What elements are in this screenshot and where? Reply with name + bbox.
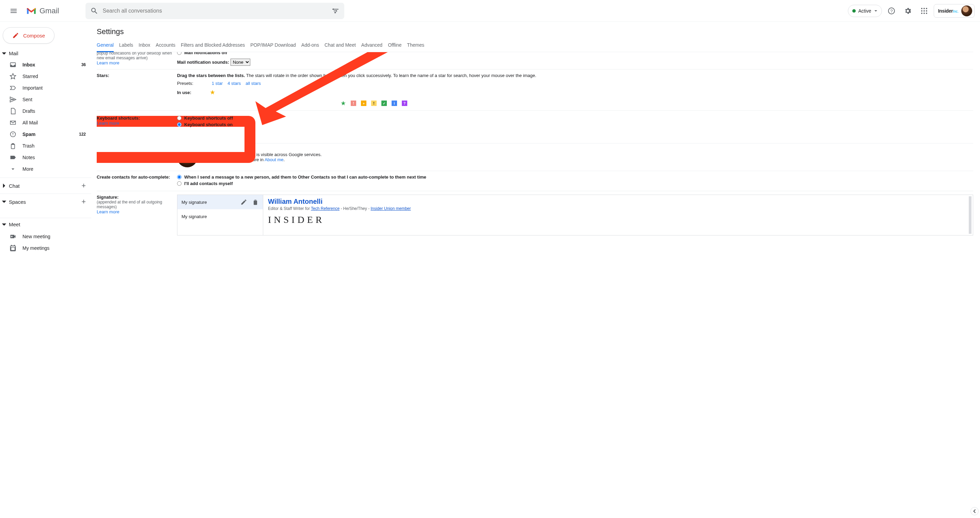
bang-yellow-icon[interactable]: ! [371,100,377,106]
star-yellow-icon[interactable]: ★ [210,89,215,96]
allmail-icon [10,119,16,126]
sidebar-item-drafts[interactable]: Drafts [0,105,91,117]
svg-point-11 [921,13,923,14]
tab-general[interactable]: General [97,40,114,52]
hamburger-icon [10,7,18,15]
sidebar-item-important[interactable]: Important [0,82,91,94]
sidebar-item-sent[interactable]: Sent [0,94,91,105]
status-chip[interactable]: Active [848,5,882,17]
tab-filters-and-blocked-addresses[interactable]: Filters and Blocked Addresses [181,40,245,52]
compose-button[interactable]: Compose [3,27,54,44]
check-green-icon[interactable]: ✓ [381,100,387,106]
sidebar-item-starred[interactable]: Starred [0,70,91,82]
spaces-add-button[interactable]: + [81,197,86,206]
mail-nav: Inbox36StarredImportantSentDraftsAll Mai… [0,57,91,176]
page-title: Settings [97,27,973,36]
notif-off-radio[interactable] [177,52,181,55]
signature-preview[interactable]: William Antonelli Editor & Staff Writer … [263,195,973,235]
tab-add-ons[interactable]: Add-ons [301,40,319,52]
contacts-manual-radio[interactable] [177,181,181,186]
kb-on-radio[interactable] [177,122,181,127]
tab-pop-imap-download[interactable]: POP/IMAP Download [250,40,296,52]
kb-off-radio[interactable] [177,116,181,120]
search-input[interactable] [102,8,327,14]
mail-section-header[interactable]: Mail [0,49,91,57]
notif-sound-select[interactable]: None [231,59,250,66]
svg-point-10 [926,10,927,11]
scrollbar[interactable] [969,196,972,234]
gear-icon [904,7,912,15]
app-header: Gmail Active ? InsiderInc. [0,0,980,22]
preset-allstars-link[interactable]: all stars [245,81,261,86]
tab-offline[interactable]: Offline [388,40,401,52]
status-label: Active [858,8,871,14]
sidebar-item-notes[interactable]: Notes [0,151,91,163]
signature-item[interactable]: My signature [177,209,263,223]
sidebar-item-inbox[interactable]: Inbox36 [0,59,91,70]
svg-point-6 [923,8,925,9]
gmail-logo[interactable]: Gmail [26,6,59,15]
help-icon: ? [888,7,896,15]
main-menu-button[interactable] [5,3,22,19]
svg-point-7 [926,8,927,9]
sidebar-item-trash[interactable]: Trash [0,140,91,151]
meet-section-header[interactable]: Meet [0,220,91,230]
bang-red-icon[interactable]: ! [351,100,356,106]
tab-inbox[interactable]: Inbox [138,40,150,52]
svg-point-0 [332,8,334,10]
spaces-section-header[interactable]: Spaces + [0,195,91,208]
contacts-auto-radio[interactable] [177,175,181,179]
caret-right-icon [2,183,7,188]
star-icon [10,73,16,80]
settings-button[interactable] [901,4,915,18]
preset-4stars-link[interactable]: 4 stars [228,81,241,86]
delete-icon[interactable] [252,199,259,206]
chat-add-button[interactable]: + [81,181,86,190]
sidebar-item-all-mail[interactable]: All Mail [0,117,91,129]
new-meeting-item[interactable]: New meeting [0,231,91,242]
sidebar-item-more[interactable]: More [0,163,91,175]
org-name: InsiderInc. [938,8,959,14]
question-purple-icon[interactable]: ? [402,100,407,106]
video-plus-icon [10,233,16,240]
settings-tabs: GeneralLabelsInboxAccountsFilters and Bl… [97,40,973,52]
important-icon [10,84,16,91]
chat-section-header[interactable]: Chat + [0,179,91,192]
help-button[interactable]: ? [885,4,898,18]
svg-point-2 [334,12,336,13]
trash-icon [10,142,16,149]
tab-labels[interactable]: Labels [119,40,133,52]
inbox-icon [10,61,16,68]
calendar-icon [10,245,16,252]
account-chip[interactable]: InsiderInc. [934,4,975,18]
kb-learn-more-link[interactable]: Learn more [97,121,173,126]
svg-point-8 [921,10,923,11]
arrows-orange-icon[interactable]: » [361,100,366,106]
apps-button[interactable] [917,4,931,18]
side-panel-toggle[interactable] [970,507,978,515]
signature-item[interactable]: My signature [177,195,263,209]
edit-icon[interactable] [240,199,247,206]
tab-chat-and-meet[interactable]: Chat and Meet [325,40,356,52]
status-dot-icon [852,9,856,13]
sig-learn-more-link[interactable]: Learn more [97,209,173,214]
gmail-icon [26,7,37,15]
tech-reference-link[interactable]: Tech Reference [311,206,339,211]
search-options-icon[interactable] [331,7,339,15]
signature-box: My signature My signature [177,194,973,236]
insider-union-link[interactable]: Insider Union member [371,206,410,211]
search-bar[interactable] [86,3,344,19]
preset-1star-link[interactable]: 1 star [212,81,223,86]
tab-themes[interactable]: Themes [407,40,424,52]
about-me-link[interactable]: About me [264,157,284,162]
notif-learn-more-link[interactable]: Learn more [97,60,173,65]
info-blue-icon[interactable]: i [391,100,397,106]
settings-main: Settings GeneralLabelsInboxAccountsFilte… [91,22,980,518]
tab-advanced[interactable]: Advanced [361,40,382,52]
sidebar-item-spam[interactable]: Spam122 [0,129,91,140]
my-meetings-item[interactable]: My meetings [0,242,91,254]
star-green-icon[interactable]: ★ [340,99,346,107]
avatar [961,5,972,16]
chevron-left-icon [972,509,977,513]
tab-accounts[interactable]: Accounts [156,40,175,52]
